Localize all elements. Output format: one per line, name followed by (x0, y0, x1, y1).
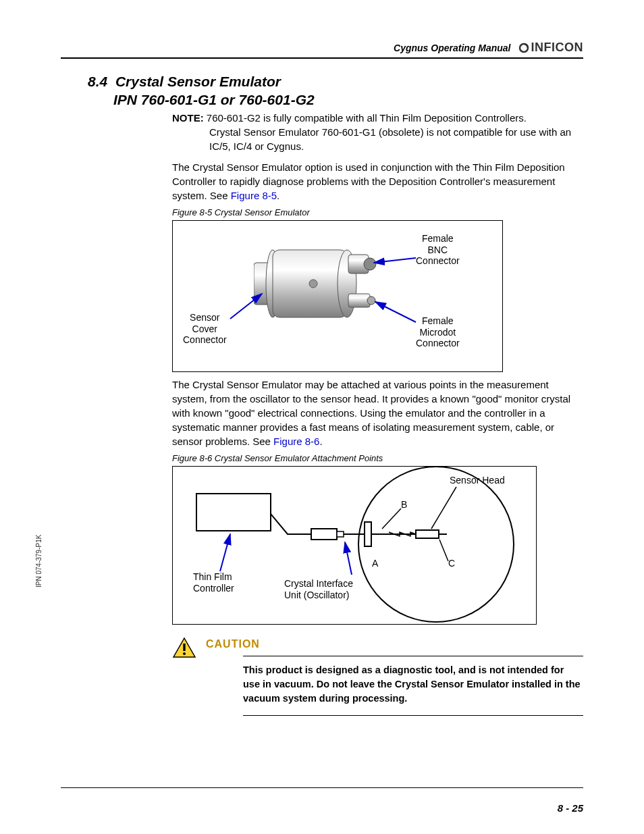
svg-rect-19 (416, 530, 439, 538)
figure-8-5-caption: Figure 8-5 Crystal Sensor Emulator (172, 207, 583, 219)
label-microdot: Female Microdot Connector (416, 315, 460, 349)
figure-8-6: Sensor Head B C A Thin Film Controller C… (172, 466, 537, 625)
note-label: NOTE: (172, 112, 204, 124)
note-block: NOTE: 760-601-G2 is fully compatible wit… (172, 111, 583, 153)
label-cover-l1: Sensor (190, 312, 219, 323)
svg-point-13 (358, 467, 514, 622)
caution-block: CAUTION This product is designed as a di… (172, 637, 583, 723)
figure-8-6-caption: Figure 8-6 Crystal Sensor Emulator Attac… (172, 452, 583, 465)
section-title-line1: Crystal Sensor Emulator (115, 74, 281, 89)
note-line2: Crystal Sensor Emulator 760-601-G1 (obso… (209, 125, 583, 153)
label-ciu: Crystal Interface Unit (Oscillator) (284, 578, 353, 601)
caution-text: This product is designed as a diagnostic… (243, 663, 583, 706)
paragraph-1: The Crystal Sensor Emulator option is us… (172, 160, 583, 203)
label-b: B (401, 499, 407, 511)
paragraph-2: The Crystal Sensor Emulator may be attac… (172, 377, 583, 448)
label-bnc: Female BNC Connector (416, 233, 460, 267)
svg-point-27 (183, 652, 186, 655)
label-micro-l1: Female (422, 315, 454, 326)
label-bnc-l1: Female (422, 233, 454, 244)
para1-after: . (277, 190, 279, 201)
label-bnc-l3: Connector (416, 255, 460, 266)
label-cover-l2: Cover (192, 323, 217, 334)
caution-rule-bottom (243, 715, 583, 716)
label-bnc-l2: BNC (428, 244, 448, 255)
svg-line-22 (345, 542, 352, 575)
caution-rule-top (243, 656, 583, 656)
label-cover-l3: Connector (183, 334, 227, 345)
label-thin-film-l1: Thin Film (193, 571, 232, 582)
header-rule (61, 57, 583, 59)
emulator-device-image (254, 234, 396, 342)
logo-icon (518, 42, 530, 54)
figure-8-5-link[interactable]: Figure 8-5 (231, 190, 277, 201)
svg-point-9 (309, 280, 317, 288)
figure-8-6-link[interactable]: Figure 8-6 (273, 436, 319, 447)
svg-rect-15 (311, 529, 337, 540)
label-ciu-l1: Crystal Interface (284, 578, 353, 589)
brand-logo: INFICON (518, 41, 584, 55)
caution-icon (172, 637, 196, 658)
document-title: Cygnus Operating Manual (394, 43, 510, 53)
page-header: Cygnus Operating Manual INFICON (61, 41, 583, 55)
svg-rect-16 (337, 531, 344, 537)
figure-8-6-diagram (173, 467, 537, 625)
para2-text: The Crystal Sensor Emulator may be attac… (172, 379, 570, 447)
section-number: 8.4 (88, 74, 107, 89)
label-c: C (448, 558, 455, 569)
caution-title: CAUTION (206, 637, 583, 652)
section-title-line2: IPN 760-601-G1 or 760-601-G2 (113, 90, 583, 109)
svg-rect-26 (183, 644, 185, 651)
label-micro-l2: Microdot (419, 327, 456, 338)
label-sensor-head: Sensor Head (450, 475, 505, 486)
para2-after: . (319, 436, 322, 447)
figure-8-5: Female BNC Connector Female Microdot Con… (172, 220, 503, 372)
svg-point-6 (364, 258, 376, 270)
label-cover: Sensor Cover Connector (183, 312, 227, 346)
svg-rect-18 (365, 522, 371, 546)
svg-rect-14 (196, 494, 271, 531)
side-ipn: IPN 074-379-P1K (35, 535, 43, 588)
svg-line-23 (382, 509, 401, 529)
svg-line-21 (220, 534, 230, 571)
page-number: 8 - 25 (558, 802, 583, 814)
svg-line-24 (431, 487, 456, 529)
svg-rect-7 (348, 294, 370, 307)
note-line1: 760-601-G2 is fully compatible with all … (207, 112, 527, 124)
label-a: A (372, 558, 378, 569)
label-thin-film: Thin Film Controller (193, 571, 234, 594)
svg-point-8 (367, 296, 375, 305)
section-heading: 8.4 Crystal Sensor Emulator IPN 760-601-… (88, 72, 583, 109)
label-ciu-l2: Unit (Oscillator) (284, 590, 349, 600)
brand-name: INFICON (531, 41, 584, 55)
label-micro-l3: Connector (416, 338, 460, 348)
label-thin-film-l2: Controller (193, 583, 234, 594)
footer-rule (61, 787, 583, 788)
svg-line-25 (439, 540, 448, 561)
